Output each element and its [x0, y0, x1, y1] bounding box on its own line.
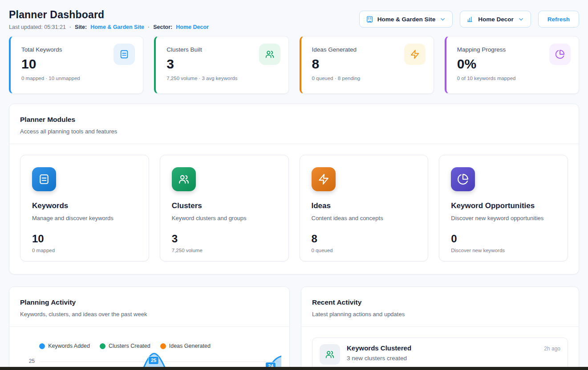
meta-separator: ·	[69, 24, 71, 30]
module-description: Manage and discover keywords	[32, 215, 137, 221]
chart-legend: Keywords Added Clusters Created Ideas Ge…	[18, 343, 231, 349]
file-lines-icon	[32, 167, 56, 191]
module-description: Discover new keyword opportunities	[451, 215, 556, 221]
users-icon	[259, 44, 280, 65]
toolbar: Home & Garden Site Home Decor Refresh	[359, 11, 579, 28]
sector-link[interactable]: Home Decor	[176, 24, 209, 30]
pie-chart-icon	[549, 44, 571, 65]
last-updated-text: Last updated: 05:31:21	[9, 24, 66, 30]
legend-label: Keywords Added	[48, 343, 90, 349]
stat-card-clusters-built: Clusters Built 3 7,250 volume · 3 avg ke…	[154, 36, 288, 94]
activity-item-title: Keywords Clustered	[347, 344, 411, 352]
users-icon	[172, 167, 196, 191]
screen-bottom-edge	[0, 367, 588, 370]
bottom-row: Planning Activity Keywords, clusters, an…	[9, 286, 579, 370]
recent-activity-panel: Recent Activity Latest planning actions …	[301, 286, 579, 370]
modules-panel-title: Planner Modules	[20, 116, 568, 124]
module-sublabel: Discover new keywords	[451, 248, 556, 253]
stat-card-ideas-generated: Ideas Generated 8 0 queued · 8 pending	[300, 36, 434, 94]
planning-activity-title: Planning Activity	[20, 298, 279, 306]
planning-activity-header: Planning Activity Keywords, clusters, an…	[9, 287, 289, 327]
sector-selector-dropdown[interactable]: Home Decor	[460, 11, 531, 28]
site-selector-label: Home & Garden Site	[377, 16, 436, 23]
stat-subtitle: 0 queued · 8 pending	[312, 76, 423, 81]
header: Planner Dashboard Last updated: 05:31:21…	[9, 9, 579, 30]
module-card-keywords[interactable]: Keywords Manage and discover keywords 10…	[20, 155, 149, 261]
legend-label: Clusters Created	[109, 343, 150, 349]
legend-dot-icon	[100, 343, 105, 349]
modules-panel-subtitle: Access all planning tools and features	[20, 128, 568, 135]
module-card-clusters[interactable]: Clusters Keyword clusters and groups 3 7…	[160, 155, 289, 261]
legend-item-keywords-added[interactable]: Keywords Added	[39, 343, 90, 349]
stat-subtitle: 7,250 volume · 3 avg keywords	[166, 76, 277, 81]
module-description: Keyword clusters and groups	[172, 215, 277, 221]
header-left: Planner Dashboard Last updated: 05:31:21…	[9, 9, 209, 30]
planning-activity-panel: Planning Activity Keywords, clusters, an…	[9, 286, 290, 370]
modules-panel-header: Planner Modules Access all planning tool…	[9, 104, 579, 144]
site-selector-dropdown[interactable]: Home & Garden Site	[359, 11, 453, 28]
chevron-down-icon	[439, 16, 446, 23]
module-value: 10	[32, 233, 137, 245]
stat-subtitle: 0 mapped · 10 unmapped	[21, 76, 132, 81]
legend-item-clusters-created[interactable]: Clusters Created	[100, 343, 150, 349]
users-icon	[320, 344, 340, 365]
module-sublabel: 0 queued	[312, 248, 417, 253]
module-title: Keyword Opportunities	[451, 201, 556, 210]
sector-label: Sector:	[153, 24, 172, 30]
module-description: Content ideas and concepts	[312, 215, 417, 221]
activity-chart: Keywords Added Clusters Created Ideas Ge…	[9, 327, 289, 370]
module-sublabel: 7,250 volume	[172, 248, 277, 253]
planning-activity-subtitle: Keywords, clusters, and ideas over the p…	[20, 311, 279, 318]
zap-icon	[404, 44, 426, 65]
activity-item-time: 2h ago	[544, 346, 560, 352]
planner-dashboard-page: Planner Dashboard Last updated: 05:31:21…	[0, 0, 588, 370]
legend-dot-icon	[160, 343, 166, 349]
activity-item-description: 3 new clusters created	[347, 355, 560, 362]
pie-chart-icon	[451, 167, 475, 191]
building-icon	[366, 16, 373, 23]
module-title: Ideas	[312, 201, 417, 210]
planner-modules-panel: Planner Modules Access all planning tool…	[9, 104, 579, 274]
stat-subtitle: 0 of 10 keywords mapped	[457, 76, 568, 81]
page-title: Planner Dashboard	[9, 9, 209, 21]
stat-card-total-keywords: Total Keywords 10 0 mapped · 10 unmapped	[9, 36, 143, 94]
activity-item-keywords-clustered[interactable]: Keywords Clustered 2h ago 3 new clusters…	[312, 338, 568, 370]
activity-item-content: Keywords Clustered 2h ago 3 new clusters…	[347, 344, 560, 362]
recent-activity-list: Keywords Clustered 2h ago 3 new clusters…	[301, 327, 579, 370]
module-card-ideas[interactable]: Ideas Content ideas and concepts 8 0 que…	[300, 155, 429, 261]
chevron-down-icon	[518, 16, 524, 23]
file-lines-icon	[114, 44, 135, 65]
zap-icon	[312, 167, 336, 191]
recent-activity-subtitle: Latest planning actions and updates	[312, 311, 568, 318]
recent-activity-header: Recent Activity Latest planning actions …	[301, 287, 579, 327]
module-card-keyword-opportunities[interactable]: Keyword Opportunities Discover new keywo…	[439, 155, 568, 261]
data-point-label: 25	[149, 357, 158, 364]
refresh-button-label: Refresh	[547, 16, 570, 23]
legend-dot-icon	[39, 343, 45, 349]
legend-label: Ideas Generated	[169, 343, 211, 349]
modules-grid: Keywords Manage and discover keywords 10…	[9, 144, 579, 274]
meta-line: Last updated: 05:31:21 · Site: Home & Ga…	[9, 24, 209, 30]
module-value: 0	[451, 233, 556, 245]
module-sublabel: 0 mapped	[32, 248, 137, 253]
stat-card-mapping-progress: Mapping Progress 0% 0 of 10 keywords map…	[445, 36, 579, 94]
module-title: Clusters	[172, 201, 277, 210]
refresh-button[interactable]: Refresh	[538, 11, 579, 28]
module-value: 8	[312, 233, 417, 245]
meta-separator: ·	[148, 24, 150, 30]
sector-selector-label: Home Decor	[478, 16, 514, 23]
module-title: Keywords	[32, 201, 137, 210]
stats-row: Total Keywords 10 0 mapped · 10 unmapped…	[9, 36, 579, 94]
legend-item-ideas-generated[interactable]: Ideas Generated	[160, 343, 211, 349]
site-link[interactable]: Home & Garden Site	[90, 24, 144, 30]
bar-chart-icon	[466, 16, 474, 23]
module-value: 3	[172, 233, 277, 245]
recent-activity-title: Recent Activity	[312, 298, 568, 306]
site-label: Site:	[75, 24, 87, 30]
